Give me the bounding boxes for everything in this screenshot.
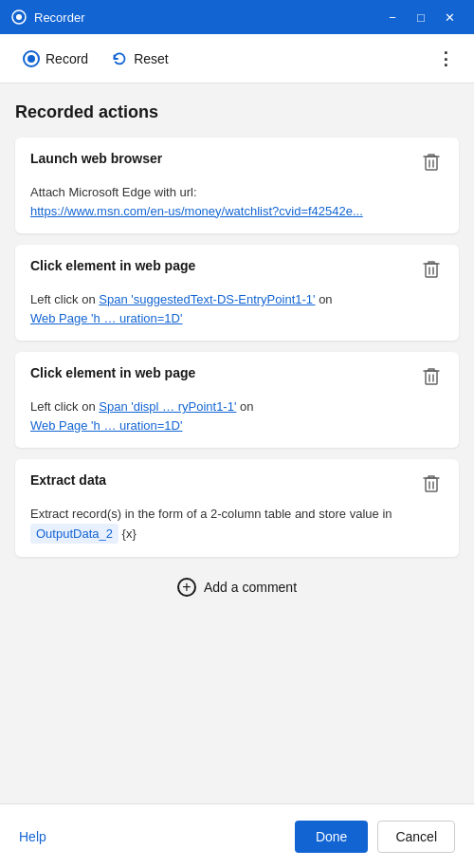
card-link-2b[interactable]: Web Page 'h … uration=1D' xyxy=(30,311,182,325)
card-body-text-4: Extract record(s) in the form of a 2-col… xyxy=(30,507,392,521)
card-title-2: Click element in web page xyxy=(30,258,195,273)
minimize-button[interactable]: − xyxy=(379,4,406,30)
cancel-button[interactable]: Cancel xyxy=(377,821,455,853)
main-content: Recorded actions Launch web browser Atta… xyxy=(0,83,474,803)
delete-button-3[interactable] xyxy=(419,365,444,388)
add-comment-icon: + xyxy=(177,578,196,597)
card-title-3: Click element in web page xyxy=(30,365,195,380)
maximize-button[interactable]: □ xyxy=(408,4,434,30)
title-bar-left: Recorder xyxy=(11,9,84,25)
action-card-extract: Extract data Extract record(s) in the fo… xyxy=(15,459,459,557)
add-comment-button[interactable]: + Add a comment xyxy=(15,568,459,606)
card-body-2: Left click on Span 'suggestedText-DS-Ent… xyxy=(30,290,444,327)
reset-icon xyxy=(111,50,128,67)
card-body-1: Attach Microsoft Edge with url: https://… xyxy=(30,183,444,220)
record-dot-inner xyxy=(27,55,35,63)
trash-icon-4 xyxy=(423,474,440,493)
card-link-2a[interactable]: Span 'suggestedText-DS-EntryPoint1-1' xyxy=(99,292,315,306)
footer-buttons: Done Cancel xyxy=(295,821,455,853)
card-body-line1-start-3: Left click on xyxy=(30,399,99,414)
card-header-3: Click element in web page xyxy=(30,365,444,388)
reset-label: Reset xyxy=(134,51,169,66)
window-controls: − □ ✕ xyxy=(379,4,463,30)
svg-rect-11 xyxy=(426,478,437,491)
svg-rect-8 xyxy=(426,371,437,384)
title-bar: Recorder − □ ✕ xyxy=(0,0,474,34)
done-button[interactable]: Done xyxy=(295,821,368,853)
footer: Help Done Cancel xyxy=(0,803,474,868)
toolbar: Record Reset ⋮ xyxy=(0,34,474,83)
delete-button-1[interactable] xyxy=(419,151,444,174)
card-body-3: Left click on Span 'displ … ryPoint1-1' … xyxy=(30,397,444,434)
window-title: Recorder xyxy=(34,10,84,25)
help-link[interactable]: Help xyxy=(19,829,46,844)
svg-rect-2 xyxy=(426,157,437,170)
trash-icon-1 xyxy=(423,153,440,172)
record-icon xyxy=(23,50,40,67)
card-header-4: Extract data xyxy=(30,472,444,495)
card-header-2: Click element in web page xyxy=(30,258,444,281)
trash-icon-2 xyxy=(423,260,440,279)
card-body-line1-end-3: on xyxy=(236,399,253,414)
trash-icon-3 xyxy=(423,367,440,386)
record-button[interactable]: Record xyxy=(13,45,98,73)
card-link-1[interactable]: https://www.msn.com/en-us/money/watchlis… xyxy=(30,204,363,218)
card-title-1: Launch web browser xyxy=(30,151,162,166)
add-comment-label: Add a comment xyxy=(204,580,297,595)
card-body-text-1: Attach Microsoft Edge with url: xyxy=(30,185,197,199)
card-link-3b[interactable]: Web Page 'h … uration=1D' xyxy=(30,418,182,433)
svg-rect-5 xyxy=(426,264,437,277)
delete-button-2[interactable] xyxy=(419,258,444,281)
record-label: Record xyxy=(46,51,88,66)
curly-brace: {x} xyxy=(122,526,137,541)
card-link-3a[interactable]: Span 'displ … ryPoint1-1' xyxy=(99,399,236,414)
action-card-click-2: Click element in web page Left click on … xyxy=(15,352,459,448)
section-title: Recorded actions xyxy=(15,102,459,122)
close-button[interactable]: ✕ xyxy=(436,4,463,30)
delete-button-4[interactable] xyxy=(419,472,444,495)
reset-button[interactable]: Reset xyxy=(101,45,178,73)
card-body-4: Extract record(s) in the form of a 2-col… xyxy=(30,505,444,544)
app-icon xyxy=(11,9,27,25)
card-body-line1-end-2: on xyxy=(316,292,333,306)
card-body-line1-start-2: Left click on xyxy=(30,292,99,306)
card-title-4: Extract data xyxy=(30,472,106,488)
more-options-button[interactable]: ⋮ xyxy=(431,43,461,75)
output-badge[interactable]: OutputData_2 xyxy=(30,524,118,545)
action-card-launch-browser: Launch web browser Attach Microsoft Edge… xyxy=(15,138,459,233)
card-header-1: Launch web browser xyxy=(30,151,444,174)
action-card-click-1: Click element in web page Left click on … xyxy=(15,245,459,341)
svg-point-1 xyxy=(16,14,22,20)
